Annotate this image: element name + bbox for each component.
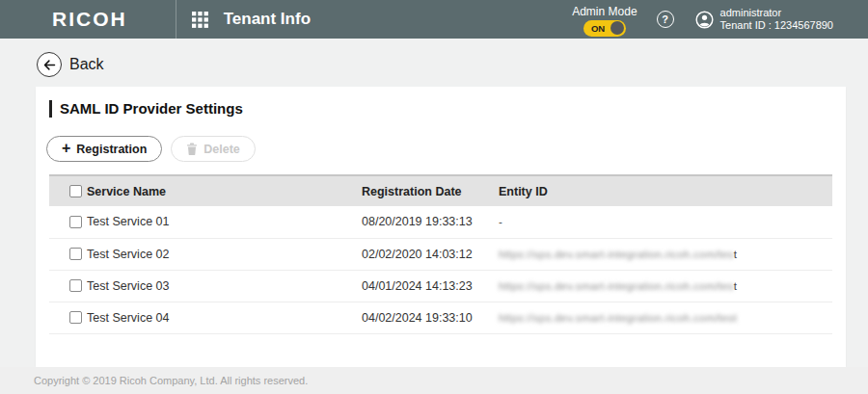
cell-service-name: Test Service 02 xyxy=(87,238,362,270)
cell-service-name: Test Service 01 xyxy=(87,206,362,238)
tenant-id: Tenant ID : 1234567890 xyxy=(720,19,833,32)
cell-entity-id: - xyxy=(499,206,832,238)
cell-entity-id: https://sps.dev.smart-integration.ricoh.… xyxy=(499,238,832,270)
row-checkbox[interactable] xyxy=(69,311,82,324)
col-header-entity-id: Entity ID xyxy=(499,175,832,206)
saml-settings-panel: SAML ID Provider Settings + Registration… xyxy=(36,87,846,367)
row-checkbox[interactable] xyxy=(69,279,82,292)
user-avatar-icon xyxy=(695,11,714,29)
toggle-knob xyxy=(610,21,624,35)
cell-entity-id: https://sps.dev.smart-integration.ricoh.… xyxy=(499,270,832,302)
cell-registration-date: 04/01/2024 14:13:23 xyxy=(362,270,499,302)
header-divider xyxy=(176,0,176,39)
row-checkbox[interactable] xyxy=(69,216,82,228)
admin-mode-control: Admin Mode ON xyxy=(572,3,637,37)
admin-mode-toggle[interactable]: ON xyxy=(583,20,626,37)
registration-button-label: Registration xyxy=(76,143,147,156)
toolbar: + Registration Delete xyxy=(46,136,846,162)
select-all-checkbox[interactable] xyxy=(69,185,82,197)
col-header-registration-date: Registration Date xyxy=(362,175,499,206)
delete-button-label: Delete xyxy=(203,143,240,156)
delete-button[interactable]: Delete xyxy=(171,136,256,162)
table-row[interactable]: Test Service 02 02/02/2020 14:03:12 http… xyxy=(49,238,832,270)
registration-button[interactable]: + Registration xyxy=(46,136,162,162)
user-name: administrator xyxy=(720,7,833,19)
trash-icon xyxy=(186,143,198,155)
admin-mode-label: Admin Mode xyxy=(572,5,637,18)
cell-entity-id: https://sps.dev.smart-integration.ricoh.… xyxy=(499,302,832,333)
redacted-entity-id: https://sps.dev.smart-integration.ricoh.… xyxy=(499,280,734,292)
ricoh-logo: RICOH xyxy=(52,8,127,31)
saml-provider-table: Service Name Registration Date Entity ID… xyxy=(49,174,832,334)
copyright-text: Copyright © 2019 Ricoh Company, Ltd. All… xyxy=(34,375,308,386)
redacted-entity-id: https://sps.dev.smart-integration.ricoh.… xyxy=(499,312,737,324)
table-row[interactable]: Test Service 01 08/20/2019 19:33:13 - xyxy=(49,206,832,238)
toggle-on-label: ON xyxy=(591,23,605,34)
table-row[interactable]: Test Service 03 04/01/2024 14:13:23 http… xyxy=(49,270,832,302)
row-checkbox[interactable] xyxy=(69,248,82,260)
cell-service-name: Test Service 03 xyxy=(87,270,362,302)
help-icon[interactable]: ? xyxy=(657,11,674,28)
col-header-service-name: Service Name xyxy=(87,175,362,206)
table-header-row: Service Name Registration Date Entity ID xyxy=(49,175,832,206)
redacted-entity-id: https://sps.dev.smart-integration.ricoh.… xyxy=(499,249,734,260)
user-account-menu[interactable]: administrator Tenant ID : 1234567890 xyxy=(695,7,833,32)
back-button[interactable]: Back xyxy=(37,52,104,77)
cell-registration-date: 04/02/2024 19:33:10 xyxy=(362,302,499,333)
section-title: SAML ID Provider Settings xyxy=(49,100,846,118)
top-header-bar: RICOH Tenant Info Admin Mode ON ? xyxy=(0,0,868,39)
back-arrow-icon xyxy=(37,52,62,77)
back-label: Back xyxy=(69,56,104,73)
table-row[interactable]: Test Service 04 04/02/2024 19:33:10 http… xyxy=(49,302,832,333)
app-grid-icon[interactable] xyxy=(192,12,208,28)
page-title: Tenant Info xyxy=(224,10,311,29)
cell-registration-date: 08/20/2019 19:33:13 xyxy=(362,206,499,238)
cell-service-name: Test Service 04 xyxy=(87,302,362,333)
user-info-text: administrator Tenant ID : 1234567890 xyxy=(720,7,833,32)
plus-icon: + xyxy=(62,141,70,156)
cell-registration-date: 02/02/2020 14:03:12 xyxy=(362,238,499,270)
page-footer: Copyright © 2019 Ricoh Company, Ltd. All… xyxy=(0,367,868,394)
